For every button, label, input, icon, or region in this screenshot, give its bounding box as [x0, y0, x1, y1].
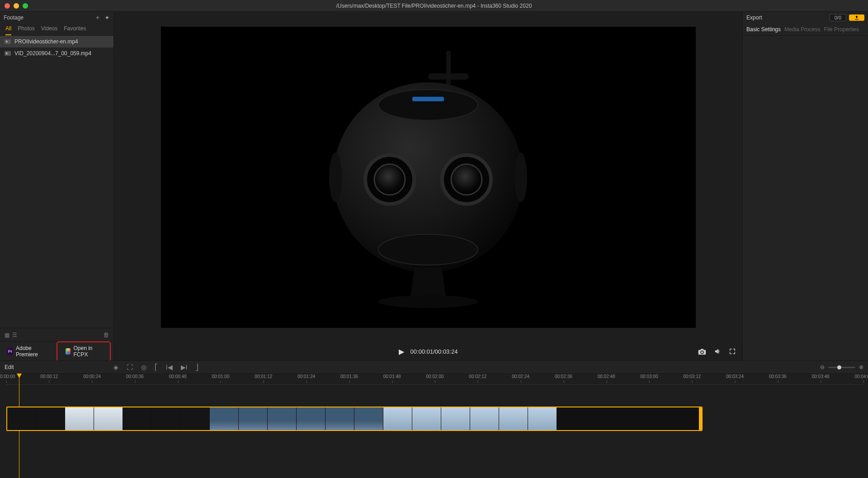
ruler-tick: 00:01:48 — [383, 374, 401, 379]
export-button[interactable] — [849, 14, 864, 21]
export-body — [743, 36, 868, 360]
svg-point-5 — [378, 234, 478, 265]
open-in-fcpx-button[interactable]: Open in FCPX — [57, 341, 111, 361]
close-window-icon[interactable] — [5, 3, 10, 9]
export-tabs: Basic Settings Media Process File Proper… — [743, 24, 868, 36]
svg-rect-1 — [428, 73, 469, 80]
zoom-in-icon[interactable]: ⊕ — [859, 364, 863, 370]
export-title: Export — [746, 14, 762, 21]
footage-tabs: All Photos Videos Favorites — [0, 24, 113, 36]
file-item[interactable]: PROIIvideosticher-en.mp4 — [0, 36, 113, 47]
freecapture-tool-icon[interactable]: ⛶ — [127, 364, 133, 371]
ruler-tick: 00:00:48 — [169, 374, 187, 379]
clip-handle-right[interactable] — [699, 407, 702, 430]
export-panel: Export 0/0 Basic Settings Media Process … — [742, 12, 868, 360]
tab-videos[interactable]: Videos — [41, 25, 57, 35]
deepttrack-tool-icon[interactable]: ◎ — [141, 364, 146, 371]
zoom-slider[interactable] — [828, 367, 855, 368]
import-settings-icon[interactable]: ✦ — [104, 14, 110, 21]
file-name: VID_20200904...7_00_059.mp4 — [14, 50, 91, 57]
player-controls: ▶ 00:00:01/00:03:24 — [114, 342, 742, 360]
clip-thumbnail — [239, 407, 268, 430]
timeline: 00:00:0000:00:1200:00:2400:00:3600:00:48… — [0, 374, 868, 478]
tab-basic-settings[interactable]: Basic Settings — [746, 26, 781, 33]
tab-photos[interactable]: Photos — [18, 25, 34, 35]
sidebar-header: Footage ＋ ✦ — [0, 12, 113, 24]
clip-thumbnail — [36, 407, 65, 430]
trim-start-icon[interactable]: ⎡ — [155, 364, 158, 371]
zoom-out-icon[interactable]: ⊖ — [820, 364, 825, 370]
edit-label: Edit — [5, 364, 14, 370]
svg-point-9 — [374, 164, 405, 195]
clip-thumbnail — [326, 407, 354, 430]
grid-view-icon[interactable]: ▦ — [5, 332, 9, 338]
clip-thumbnail — [354, 407, 383, 430]
export-queue-count: 0/0 — [830, 14, 846, 21]
list-view-icon[interactable]: ☰ — [12, 332, 17, 338]
ruler-tick: 00:03:00 — [641, 374, 658, 379]
svg-rect-4 — [412, 97, 444, 101]
ruler-tick: 00:03:12 — [683, 374, 701, 379]
trim-end-icon[interactable]: ⎦ — [195, 364, 198, 371]
window-title: /Users/max/Desktop/TEST File/PROIIvideos… — [336, 3, 532, 9]
play-button[interactable]: ▶ — [399, 347, 404, 356]
volume-icon[interactable] — [713, 348, 722, 355]
ruler-tick: 00:03:48 — [812, 374, 830, 379]
sidebar-title: Footage — [4, 14, 24, 21]
clip-thumbnail — [441, 407, 470, 430]
svg-rect-0 — [446, 51, 451, 87]
sidebar-actions: ＋ ✦ — [94, 14, 110, 22]
minimize-window-icon[interactable] — [14, 3, 19, 9]
player-right-controls — [698, 348, 736, 355]
tab-all[interactable]: All — [5, 25, 11, 35]
main-area: Footage ＋ ✦ All Photos Videos Favorites … — [0, 12, 868, 360]
maximize-window-icon[interactable] — [23, 3, 28, 9]
fcpx-label: Open in FCPX — [73, 345, 102, 358]
snapshot-icon[interactable] — [698, 348, 706, 355]
clip-thumbnail — [7, 407, 36, 430]
window-controls — [0, 3, 28, 9]
svg-point-6 — [329, 152, 342, 202]
tab-file-properties[interactable]: File Properties — [824, 26, 859, 33]
edit-toolbar: Edit ◈ ⛶ ◎ ⎡ I◀ ▶I ⎦ ⊖ ⊕ — [0, 360, 868, 374]
sidebar-footer: ▦ ☰ 🗑 — [0, 328, 113, 341]
open-in-premiere-button[interactable]: Pr Adobe Premiere — [3, 343, 52, 360]
timeline-ruler[interactable]: 00:00:0000:00:1200:00:2400:00:3600:00:48… — [6, 374, 863, 385]
fullscreen-icon[interactable] — [729, 348, 736, 355]
file-name: PROIIvideosticher-en.mp4 — [14, 38, 78, 45]
file-item[interactable]: VID_20200904...7_00_059.mp4 — [0, 47, 113, 59]
ruler-tick: 00:00:00 — [0, 374, 15, 379]
premiere-icon: Pr — [7, 348, 13, 355]
prev-frame-icon[interactable]: I◀ — [166, 364, 173, 371]
clip-thumbnail — [268, 407, 297, 430]
clip-thumbnail — [412, 407, 441, 430]
clip-thumbnail — [470, 407, 499, 430]
clip-thumbnail — [383, 407, 412, 430]
export-header: Export 0/0 — [743, 12, 868, 24]
clip-thumbnail — [528, 407, 557, 430]
file-list: PROIIvideosticher-en.mp4 VID_20200904...… — [0, 36, 113, 328]
tab-media-process[interactable]: Media Process — [784, 26, 820, 33]
ruler-tick: 00:00:24 — [83, 374, 101, 379]
svg-point-3 — [378, 90, 478, 120]
video-preview[interactable] — [161, 27, 696, 328]
footage-sidebar: Footage ＋ ✦ All Photos Videos Favorites … — [0, 12, 114, 360]
keyframe-tool-icon[interactable]: ◈ — [113, 364, 118, 371]
clip-thumbnail — [181, 407, 210, 430]
export-controls: 0/0 — [830, 14, 864, 21]
clip-track[interactable] — [6, 407, 703, 431]
delete-icon[interactable]: 🗑 — [103, 331, 109, 338]
ruler-tick: 00:01:12 — [255, 374, 272, 379]
premiere-label: Adobe Premiere — [16, 345, 47, 358]
tab-favorites[interactable]: Favorites — [64, 25, 86, 35]
external-apps-row: Pr Adobe Premiere Open in FCPX — [0, 341, 113, 360]
ruler-tick: 00:02:00 — [426, 374, 444, 379]
svg-point-12 — [378, 295, 478, 308]
add-footage-icon[interactable]: ＋ — [94, 14, 101, 22]
ruler-tick: 00:01:00 — [212, 374, 230, 379]
video-file-icon — [5, 51, 11, 56]
total-time: 00:03:24 — [435, 348, 458, 355]
svg-point-7 — [514, 152, 527, 202]
playback-time: 00:00:01/00:03:24 — [410, 348, 458, 355]
next-frame-icon[interactable]: ▶I — [181, 364, 188, 371]
